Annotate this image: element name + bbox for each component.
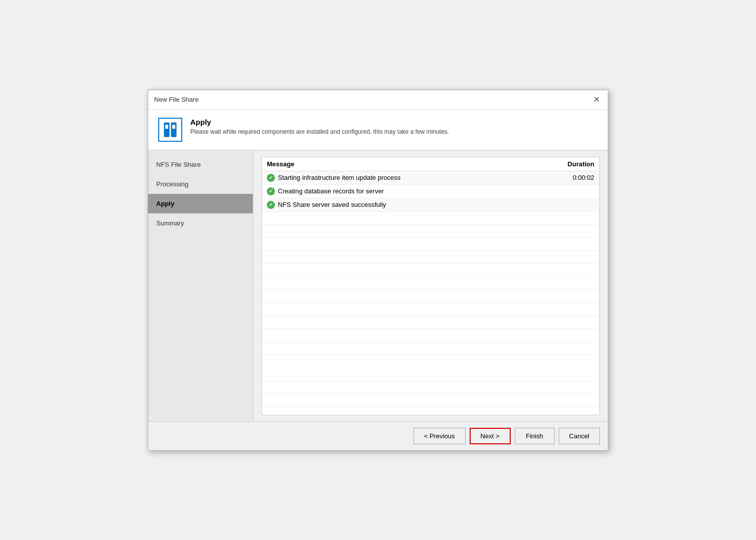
empty-row	[262, 355, 599, 368]
sidebar-item-processing[interactable]: Processing	[148, 174, 253, 194]
empty-row	[262, 303, 599, 316]
page-heading: Apply	[190, 118, 449, 126]
empty-row	[262, 316, 599, 329]
dialog-title: New File Share	[154, 96, 199, 103]
header-text: Apply Please wait while required compone…	[190, 118, 449, 135]
svg-rect-2	[165, 125, 168, 129]
empty-row	[262, 329, 599, 342]
table-row: Creating database records for server	[262, 185, 599, 198]
close-button[interactable]: ✕	[591, 94, 602, 105]
body-section: NFS File Share Processing Apply Summary …	[148, 151, 608, 421]
messages-table: Message Duration Starting infrastructure…	[261, 157, 600, 415]
cancel-button[interactable]: Cancel	[559, 428, 600, 444]
row-message: Creating database records for server	[267, 187, 544, 195]
new-file-share-dialog: New File Share ✕ Apply Please wait while…	[148, 90, 608, 451]
header-section: Apply Please wait while required compone…	[148, 110, 608, 151]
next-button[interactable]: Next >	[470, 428, 511, 444]
empty-row	[262, 264, 599, 277]
empty-row	[262, 277, 599, 290]
empty-row	[262, 342, 599, 355]
success-icon	[267, 187, 275, 195]
svg-rect-3	[172, 125, 175, 129]
previous-button[interactable]: < Previous	[414, 428, 466, 444]
table-row: Starting infrastructure item update proc…	[262, 171, 599, 185]
message-text: NFS Share server saved successfully	[278, 201, 386, 208]
title-bar: New File Share ✕	[148, 90, 608, 110]
success-icon	[267, 201, 275, 209]
empty-row	[262, 238, 599, 251]
col-message-header: Message	[267, 160, 544, 168]
empty-row	[262, 251, 599, 264]
empty-row	[262, 381, 599, 394]
empty-row	[262, 225, 599, 238]
sidebar: NFS File Share Processing Apply Summary	[148, 151, 253, 421]
page-description: Please wait while required components ar…	[190, 128, 449, 135]
message-text: Creating database records for server	[278, 187, 384, 195]
finish-button[interactable]: Finish	[515, 428, 555, 444]
content-area: Message Duration Starting infrastructure…	[253, 151, 608, 421]
empty-row	[262, 212, 599, 225]
row-message: Starting infrastructure item update proc…	[267, 174, 544, 182]
table-row: NFS Share server saved successfully	[262, 198, 599, 212]
empty-row	[262, 290, 599, 303]
row-duration: 0:00:02	[544, 174, 594, 181]
sidebar-item-summary[interactable]: Summary	[148, 213, 253, 233]
file-share-icon	[158, 118, 182, 142]
empty-row	[262, 394, 599, 407]
col-duration-header: Duration	[544, 160, 594, 168]
footer: < Previous Next > Finish Cancel	[148, 421, 608, 450]
message-text: Starting infrastructure item update proc…	[278, 174, 401, 181]
table-header: Message Duration	[262, 157, 599, 171]
empty-row	[262, 368, 599, 381]
sidebar-item-apply[interactable]: Apply	[148, 194, 253, 213]
row-message: NFS Share server saved successfully	[267, 201, 544, 209]
success-icon	[267, 174, 275, 182]
sidebar-item-nfs-file-share[interactable]: NFS File Share	[148, 155, 253, 174]
